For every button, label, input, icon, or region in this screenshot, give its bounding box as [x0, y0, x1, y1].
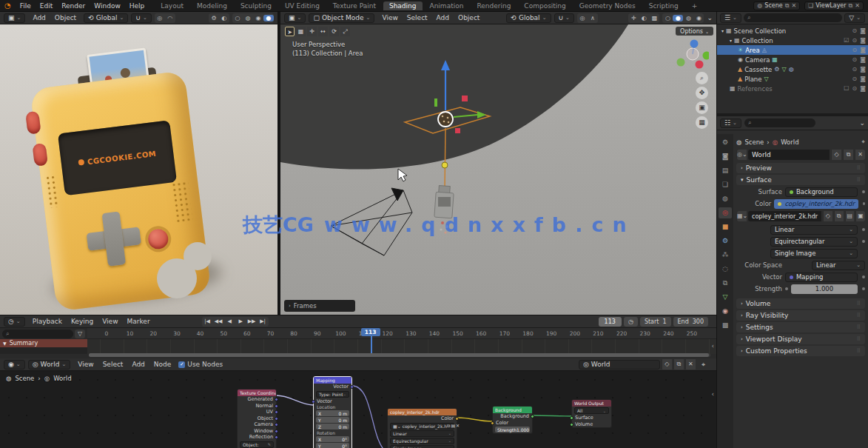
image-name-field[interactable]: copley_interior_2k.hdr — [748, 211, 821, 221]
blender-logo-icon[interactable]: ◔ — [4, 1, 11, 10]
properties-search-input[interactable]: ⌕ — [744, 118, 815, 127]
proportional-editing-group[interactable]: ◎∧ — [577, 13, 598, 23]
node-socket-row[interactable]: Camera — [238, 421, 276, 428]
panel-surface[interactable]: ▾Surface⠿ — [736, 175, 865, 185]
copy-datablock-icon[interactable]: ⧉ — [673, 359, 684, 370]
menu-file[interactable]: File — [16, 1, 36, 10]
prev-keyframe-icon[interactable]: ◀◀ — [213, 317, 224, 327]
move-tool-icon[interactable]: ↔ — [318, 27, 328, 36]
properties-tab-render[interactable]: ◙ — [719, 151, 732, 162]
frame-start-field[interactable]: Start1 — [640, 317, 671, 327]
render-toggle-icon[interactable]: ◙ — [860, 85, 866, 92]
scene-selector[interactable]: ◍ Scene ⧉ ✕ — [753, 1, 800, 10]
world-name-field[interactable]: World — [748, 150, 830, 160]
node-socket-row[interactable]: Generated — [238, 396, 276, 403]
menu-object[interactable]: Object — [454, 13, 484, 22]
panel-ray-visibility[interactable]: ›Ray Visibility⠿ — [736, 310, 865, 321]
eye-toggle-icon[interactable]: ⊙ — [852, 85, 858, 92]
operator-panel[interactable]: ›Frames — [284, 300, 355, 312]
node-socket-row[interactable]: Volume — [572, 421, 611, 428]
render-toggle-icon[interactable]: ◙ — [860, 66, 866, 73]
node-world-output[interactable]: World OutputAll⌄SurfaceVolume — [571, 399, 612, 428]
world-datablock-field[interactable]: ◎ World — [579, 360, 660, 370]
value-field-y[interactable]: Y0 m — [316, 417, 349, 423]
node-socket-row[interactable]: Color — [493, 420, 532, 427]
node-socket-row[interactable]: Vector — [314, 384, 351, 390]
node-socket-row[interactable]: Surface — [572, 415, 611, 421]
vector-input-field[interactable]: Mapping — [785, 273, 858, 282]
workspace-tab-compositing[interactable]: Compositing — [518, 1, 571, 10]
properties-tab-data[interactable]: ▽ — [719, 292, 732, 303]
jump-start-icon[interactable]: |◀ — [202, 317, 213, 327]
editor-type-button[interactable]: ◉⌄ — [4, 360, 25, 370]
node-socket-row[interactable]: Reflection — [238, 434, 276, 441]
panel-viewport-display[interactable]: ›Viewport Display⠿ — [736, 334, 865, 344]
strength-field[interactable]: Strength1.000 — [495, 427, 530, 432]
next-keyframe-icon[interactable]: ▶▶ — [246, 317, 258, 327]
navigation-gizmo[interactable] — [675, 35, 709, 69]
outliner-row-cassette[interactable]: ▲Cassette⚙▽◍⊙◙ — [717, 64, 868, 74]
menu-edit[interactable]: Edit — [36, 1, 57, 10]
output-target-dropdown[interactable]: All⌄ — [574, 407, 609, 414]
value-field-x[interactable]: X0 m — [316, 410, 349, 416]
workspace-tab-geometry-nodes[interactable]: Geometry Nodes — [573, 1, 642, 10]
fake-user-icon[interactable]: ◇ — [823, 211, 832, 221]
panel-custom-properties[interactable]: ›Custom Properties⠿ — [736, 346, 865, 356]
unlink-icon[interactable]: ✕ — [855, 150, 865, 160]
region-collapse-icon[interactable]: ‹ — [711, 390, 714, 398]
socket-normal[interactable] — [275, 404, 278, 408]
properties-tab-object[interactable]: ■ — [719, 221, 732, 233]
eye-toggle-icon[interactable]: ⊙ — [852, 37, 858, 44]
channel-search-input[interactable]: ⌕ — [2, 330, 73, 338]
value-field-y[interactable]: Y0° — [316, 443, 349, 448]
menu-help[interactable]: Help — [125, 1, 149, 10]
properties-tab-constraints[interactable]: ⧉ — [719, 278, 732, 289]
menu-select[interactable]: Select — [98, 360, 128, 369]
eye-toggle-icon[interactable]: ⊙ — [852, 66, 858, 73]
node-socket-row[interactable]: Normal — [238, 403, 276, 409]
expand-caret-icon[interactable]: ▾ — [730, 38, 732, 43]
jump-end-icon[interactable]: ▶| — [258, 317, 269, 327]
viewport-canvas[interactable]: ➤ ▦ ✛ ↔ ⟳ ⤢ User Perspective (113) Colle… — [280, 24, 716, 315]
outliner-display-mode[interactable]: ☰⌄ — [720, 13, 741, 23]
workspace-tab-texture-paint[interactable]: Texture Paint — [327, 1, 382, 10]
snap-dropdown[interactable]: ∪⌄ — [554, 13, 574, 23]
outliner-row-plane[interactable]: ▲Plane▽⊙◙ — [717, 74, 868, 84]
properties-tab-material[interactable]: ◉ — [719, 306, 732, 317]
light-origin[interactable] — [438, 112, 453, 127]
workspace-tab-modeling[interactable]: Modeling — [191, 1, 233, 10]
outliner-row-collection[interactable]: ▾▦Collection☑⊙◙ — [717, 36, 868, 45]
filter-button[interactable]: ▽ — [75, 330, 85, 338]
menu-view[interactable]: View — [377, 13, 402, 22]
timeline-scrollbar[interactable] — [89, 353, 710, 357]
menu-add[interactable]: Add — [127, 360, 149, 369]
render-toggle-icon[interactable]: ◙ — [860, 56, 866, 63]
copy-datablock-icon[interactable]: ⧉ — [843, 150, 853, 160]
node-mapping[interactable]: MappingVectorType: Point⌄VectorLocationX… — [313, 376, 352, 448]
ortho-grid-icon[interactable]: ▦ — [696, 116, 708, 129]
remove-viewlayer-icon[interactable]: ✕ — [855, 2, 860, 9]
socket-uv[interactable] — [275, 410, 278, 414]
menu-view[interactable]: View — [98, 317, 122, 326]
fake-user-icon[interactable]: ◇ — [831, 150, 841, 160]
menu-render[interactable]: Render — [57, 1, 90, 10]
eye-toggle-icon[interactable]: ⊙ — [852, 56, 858, 63]
value-field-x[interactable]: X0° — [316, 436, 349, 442]
menu-window[interactable]: Window — [90, 1, 125, 10]
panel-volume[interactable]: ›Volume⠿ — [736, 298, 865, 309]
socket-color[interactable] — [491, 421, 494, 425]
object-selector-field[interactable]: Object:✎ — [240, 441, 274, 448]
properties-tab-tool[interactable]: ⚙ — [719, 137, 732, 148]
properties-tab-texture[interactable]: ▩ — [719, 320, 732, 331]
node-background[interactable]: BackgroundBackgroundColorStrength1.000 — [492, 406, 533, 434]
unlink-datablock-icon[interactable]: ✕ — [685, 359, 696, 370]
auto-keying-button[interactable]: ◷ — [624, 317, 638, 327]
fake-user-icon[interactable]: ◇ — [662, 359, 672, 370]
menu-view[interactable]: View — [73, 360, 98, 369]
keyframe-region[interactable] — [87, 339, 716, 354]
workspace-tab-animation[interactable]: Animation — [424, 1, 470, 10]
color-texture-field[interactable]: copley_interior_2k.hdr — [774, 199, 858, 209]
shading-popover-icon[interactable]: ⌄ — [707, 14, 713, 21]
workspace-tab-uv-editing[interactable]: UV Editing — [279, 1, 326, 10]
node-title[interactable]: copley_interior_2k.hdr — [388, 409, 457, 415]
